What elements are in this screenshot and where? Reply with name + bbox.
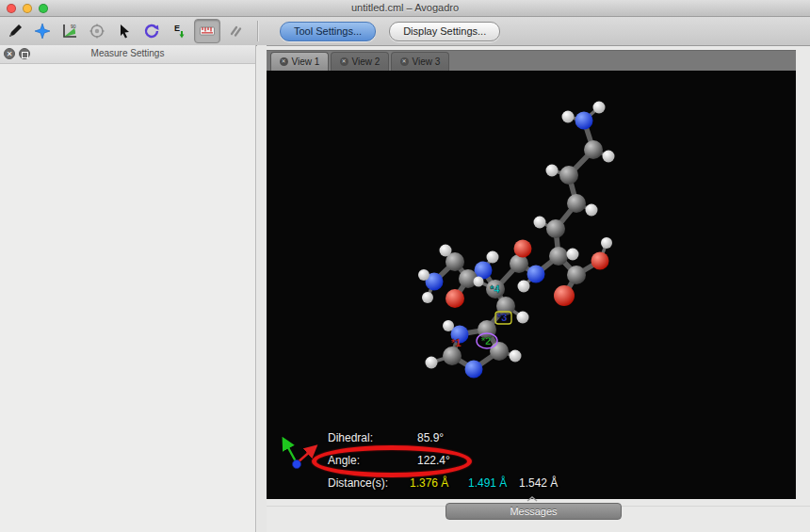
view-tabs: ✕View 1✕View 2✕View 3: [267, 50, 796, 71]
molecule-atoms: [418, 102, 615, 379]
svg-text:90: 90: [71, 24, 76, 29]
panel-splitter[interactable]: [257, 45, 267, 532]
messages-caret-icon: [526, 496, 538, 502]
messages-button[interactable]: Messages: [446, 503, 622, 520]
dihedral-value: 85.9°: [417, 431, 444, 444]
dihedral-label: Dihedral:: [328, 431, 373, 444]
bond-chart-icon: 90: [61, 23, 78, 40]
svg-text:E: E: [174, 24, 180, 33]
auto-optimize-tool-button[interactable]: E: [167, 20, 191, 42]
pencil-icon: [7, 23, 24, 40]
measure-settings-panel: ✕ Measure Settings: [0, 45, 256, 532]
manipulate-hand-icon: [89, 23, 105, 40]
display-settings-button[interactable]: Display Settings...: [389, 22, 500, 41]
manipulate-tool-button[interactable]: [85, 20, 109, 42]
svg-text:*4: *4: [490, 283, 500, 295]
svg-text:*1: *1: [451, 337, 461, 348]
measure-tool-button[interactable]: [194, 19, 220, 43]
distances-label: Distance(s):: [328, 476, 388, 490]
select-arrow-icon: [116, 23, 133, 40]
auto-rotate-tool-button[interactable]: [139, 20, 164, 42]
navigate-tool-button[interactable]: [30, 20, 55, 42]
gl-viewport[interactable]: *1*2*3*4 Dihedral: 85.9° Angle: 122.4° D…: [267, 71, 796, 499]
toolbar-separator: [257, 21, 259, 41]
align-marks-icon: [227, 23, 244, 40]
tab-view-1[interactable]: ✕View 1: [270, 52, 329, 71]
select-tool-button[interactable]: [112, 20, 137, 42]
align-tool-button[interactable]: [223, 20, 248, 42]
dihedral-row: Dihedral: 85.9°: [267, 431, 796, 446]
energy-e-icon: E: [170, 23, 187, 40]
bond-centric-tool-button[interactable]: 90: [57, 20, 82, 42]
window-title: untitled.cml – Avogadro: [0, 2, 810, 13]
distance-value-1: 1.376 Å: [410, 476, 448, 490]
tab-view-2[interactable]: ✕View 2: [331, 52, 389, 71]
draw-tool-button[interactable]: [3, 20, 27, 42]
distance-value-3: 1.542 Å: [519, 476, 558, 490]
panel-header: ✕ Measure Settings: [0, 45, 255, 64]
measure-ruler-icon: [199, 23, 216, 40]
tab-close-icon[interactable]: ✕: [400, 57, 409, 66]
tab-label: View 1: [292, 56, 320, 67]
tab-label: View 3: [413, 56, 441, 67]
rotate-arrow-icon: [143, 23, 160, 40]
title-bar: untitled.cml – Avogadro: [0, 0, 810, 17]
tab-close-icon[interactable]: ✕: [280, 57, 288, 66]
tool-toolbar: 90 E: [0, 17, 810, 46]
tab-label: View 2: [352, 56, 381, 67]
tab-close-icon[interactable]: ✕: [340, 57, 348, 66]
distances-row: Distance(s): 1.376 Å1.491 Å1.542 Å: [267, 476, 796, 492]
distance-value-2: 1.491 Å: [468, 476, 507, 490]
svg-text:*3: *3: [497, 312, 507, 323]
tab-view-3[interactable]: ✕View 3: [391, 52, 449, 71]
panel-title: Measure Settings: [0, 48, 255, 58]
angle-highlight-annotation: [312, 445, 472, 477]
svg-text:*2: *2: [481, 335, 491, 347]
tool-settings-button[interactable]: Tool Settings...: [280, 22, 376, 41]
navigate-star-icon: [34, 23, 51, 40]
